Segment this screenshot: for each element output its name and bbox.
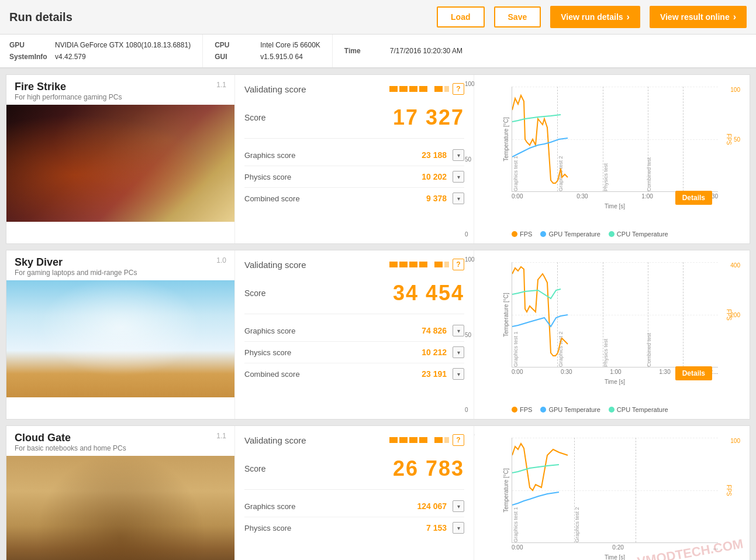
bench-version-firestrike: 1.1 bbox=[216, 81, 226, 89]
legend-dot-gpu bbox=[540, 231, 546, 237]
bench-right-cloudgate: 100 50 0 Graphics test 1 Graphics test 2 bbox=[474, 426, 750, 560]
y-ticks-cg: 100 50 0 bbox=[474, 432, 475, 560]
cpu-section: CPU Intel Core i5 6600K GUI v1.5.915.0 6… bbox=[215, 35, 333, 67]
bench-left-skydiver: Sky Diver For gaming laptops and mid-ran… bbox=[6, 250, 234, 419]
bench-title-cloudgate: Cloud Gate For basic notebooks and home … bbox=[6, 426, 234, 456]
physics-score-value-cg: 7 153 bbox=[426, 523, 447, 532]
score-label-sd: Score bbox=[244, 288, 393, 298]
validating-dots bbox=[389, 86, 449, 92]
validating-dots-cg bbox=[389, 437, 449, 443]
validating-header-skydiver: Validating score ? bbox=[244, 259, 464, 270]
view-result-online-button[interactable]: View result online › bbox=[650, 6, 747, 28]
benchmark-firestrike: Fire Strike For high performance gaming … bbox=[6, 74, 750, 244]
score-value-skydiver: 34 454 bbox=[393, 281, 464, 305]
validating-title-sd: Validating score bbox=[244, 260, 306, 270]
bench-version-cloudgate: 1.1 bbox=[216, 432, 226, 440]
validating-title-cg: Validating score bbox=[244, 435, 306, 445]
header-bar: Run details Load Save View run details ›… bbox=[0, 0, 756, 35]
bench-right-firestrike: 100 50 0 Graphics test 1 Graphics test 2 bbox=[474, 75, 750, 243]
expand-graphics-button[interactable]: ▾ bbox=[453, 149, 464, 161]
graphics-score-value-sd: 74 826 bbox=[422, 326, 447, 335]
validating-header-firestrike: Validating score ? bbox=[244, 83, 464, 95]
fps-max-label-fs: 100 bbox=[730, 87, 740, 93]
combined-score-value-fs: 9 378 bbox=[426, 194, 447, 203]
sysinfo-value: v4.42.579 bbox=[55, 53, 86, 61]
physics-score-row: Physics score 10 202 ▾ bbox=[244, 166, 464, 188]
graphics-score-row: Graphics score 23 188 ▾ bbox=[244, 145, 464, 166]
details-button-sd[interactable]: Details bbox=[675, 366, 712, 380]
graphics-score-value-fs: 23 188 bbox=[422, 150, 447, 160]
arrow-icon: › bbox=[733, 12, 736, 22]
physics-label: Physics score bbox=[244, 173, 422, 181]
benchmark-cloudgate: Cloud Gate For basic notebooks and home … bbox=[6, 425, 750, 560]
bench-left-firestrike: Fire Strike For high performance gaming … bbox=[6, 75, 234, 243]
fps-axis-label-cg: FPS bbox=[726, 485, 732, 496]
y-ticks-firestrike: 100 50 0 bbox=[465, 81, 475, 238]
score-value-firestrike: 17 327 bbox=[393, 105, 464, 130]
fps-max-label-cg: 100 bbox=[730, 438, 740, 444]
temp-axis-label-sd: Temperature [°C] bbox=[503, 293, 509, 337]
x-axis-label-cg: Time [s] bbox=[512, 554, 718, 560]
expand-graphics-button-cg[interactable]: ▾ bbox=[453, 500, 464, 512]
graphics-score-row-sd: Graphics score 74 826 ▾ bbox=[244, 320, 464, 342]
physics-score-value-sd: 10 212 bbox=[422, 348, 447, 357]
time-label: Time bbox=[344, 47, 385, 55]
legend-dot-cpu bbox=[609, 231, 615, 237]
cpu-temp-chart-cg bbox=[512, 438, 718, 542]
legend-dot-gpu-sd bbox=[540, 407, 546, 413]
cpu-label: CPU bbox=[215, 41, 256, 49]
chart-legend-fs: FPS GPU Temperature CPU Temperature bbox=[512, 231, 718, 238]
chart-area-cloudgate: Graphics test 1 Graphics test 2 100 bbox=[512, 438, 718, 543]
benchmark-skydiver: Sky Diver For gaming laptops and mid-ran… bbox=[6, 250, 750, 420]
save-button[interactable]: Save bbox=[494, 6, 541, 28]
time-value: 7/17/2016 10:20:30 AM bbox=[390, 47, 462, 55]
expand-physics-button[interactable]: ▾ bbox=[453, 171, 464, 183]
combined-score-row-sd: Combined score 23 191 ▾ bbox=[244, 363, 464, 384]
legend-dot-cpu-sd bbox=[609, 407, 615, 413]
combined-label: Combined score bbox=[244, 194, 426, 203]
bench-subtitle-firestrike: For high performance gaming PCs bbox=[15, 93, 122, 101]
gui-value: v1.5.915.0 64 bbox=[260, 53, 303, 61]
cpu-value: Intel Core i5 6600K bbox=[260, 41, 320, 49]
help-button-sd[interactable]: ? bbox=[453, 259, 464, 270]
x-axis-cloudgate: 0:00 0:20 ... bbox=[512, 543, 718, 552]
graphics-label-cg: Graphics score bbox=[244, 502, 417, 511]
view-run-details-button[interactable]: View run details › bbox=[550, 6, 640, 28]
gpu-value: NVIDIA GeForce GTX 1080(10.18.13.6881) bbox=[55, 41, 191, 49]
help-button-cg[interactable]: ? bbox=[453, 434, 464, 446]
chart-legend-sd: FPS GPU Temperature CPU Temperature bbox=[512, 406, 718, 413]
expand-graphics-button-sd[interactable]: ▾ bbox=[453, 325, 464, 336]
physics-score-value-fs: 10 202 bbox=[422, 172, 447, 181]
expand-combined-button[interactable]: ▾ bbox=[453, 193, 464, 204]
bench-middle-cloudgate: Validating score ? Score 26 783 Graphics… bbox=[234, 426, 474, 560]
expand-physics-button-sd[interactable]: ▾ bbox=[453, 346, 464, 358]
chart-area-skydiver: Graphics test 1 Graphics test 2 Physics … bbox=[512, 262, 718, 367]
load-button[interactable]: Load bbox=[437, 6, 484, 28]
bench-name-skydiver: Sky Diver bbox=[15, 256, 137, 269]
main-content: Fire Strike For high performance gaming … bbox=[0, 68, 756, 560]
sysinfo-bar: GPU NVIDIA GeForce GTX 1080(10.18.13.688… bbox=[0, 35, 756, 68]
physics-label-sd: Physics score bbox=[244, 348, 422, 357]
details-button-fs[interactable]: Details bbox=[675, 191, 712, 205]
legend-cpu-temp-fs: CPU Temperature bbox=[609, 231, 668, 238]
combined-score-value-sd: 23 191 bbox=[422, 369, 447, 379]
fps-mid-label-fs: 50 bbox=[734, 136, 740, 142]
expand-physics-button-cg[interactable]: ▾ bbox=[453, 522, 464, 534]
graphics-label: Graphics score bbox=[244, 151, 422, 160]
validating-header-cg: Validating score ? bbox=[244, 434, 464, 446]
score-label-cg: Score bbox=[244, 464, 393, 473]
score-row-firestrike: Score 17 327 bbox=[244, 99, 464, 139]
help-button[interactable]: ? bbox=[453, 83, 464, 95]
graphics-label-sd: Graphics score bbox=[244, 327, 422, 335]
expand-combined-button-sd[interactable]: ▾ bbox=[453, 368, 464, 380]
validating-dots-sd bbox=[389, 262, 449, 267]
legend-dot-fps bbox=[512, 231, 517, 237]
arrow-icon: › bbox=[627, 12, 630, 22]
graphics-score-row-cg: Graphics score 124 067 ▾ bbox=[244, 496, 464, 517]
gui-label: GUI bbox=[215, 53, 256, 61]
score-label: Score bbox=[244, 113, 393, 122]
physics-score-row-cg: Physics score 7 153 ▾ bbox=[244, 517, 464, 538]
gpu-section: GPU NVIDIA GeForce GTX 1080(10.18.13.688… bbox=[9, 35, 203, 67]
bench-left-cloudgate: Cloud Gate For basic notebooks and home … bbox=[6, 426, 234, 560]
bench-image-firestrike bbox=[6, 105, 234, 222]
